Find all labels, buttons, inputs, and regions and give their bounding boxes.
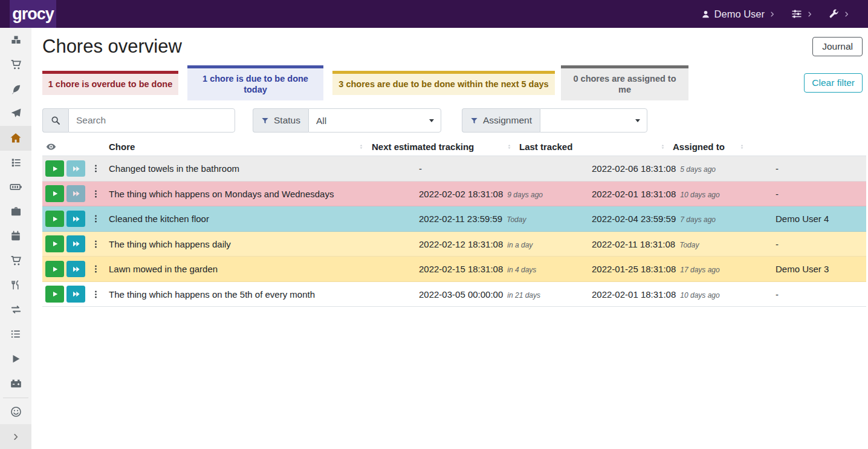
- column-header-chore[interactable]: Chore: [108, 137, 369, 156]
- column-header-assigned-to[interactable]: Assigned to: [670, 137, 750, 156]
- row-menu-button[interactable]: [90, 213, 102, 224]
- row-menu-button[interactable]: [90, 263, 102, 275]
- sidebar-item-transfer[interactable]: [0, 298, 31, 323]
- sidebar-item-chores-overview[interactable]: [0, 126, 31, 151]
- sidebar-item-calendar[interactable]: [0, 224, 31, 249]
- skip-execution-button: [66, 185, 85, 202]
- sliders-icon: [791, 8, 802, 19]
- assigned-to: -: [776, 289, 866, 300]
- exchange-icon: [10, 304, 22, 315]
- status-cards-row: 1 chore is overdue to be done 1 chore is…: [42, 65, 863, 100]
- skip-execution-button[interactable]: [66, 211, 85, 228]
- battery-icon: [10, 181, 22, 193]
- column-header-next-estimated-tracking[interactable]: Next estimated tracking: [369, 137, 517, 156]
- shopping-cart-icon: [10, 255, 22, 266]
- datetime: 2022-03-05 00:00:00: [419, 289, 503, 300]
- smiley-icon: [10, 406, 22, 418]
- row-menu-button[interactable]: [90, 163, 102, 174]
- track-execution-button[interactable]: [45, 286, 64, 303]
- chore-name: Lawn mowed in the garden: [108, 264, 419, 274]
- table-header: Chore Next estimated tracking Last track…: [42, 137, 866, 156]
- sort-icon: [505, 143, 513, 151]
- chevron-right-icon: [11, 433, 20, 441]
- sidebar: [0, 28, 31, 449]
- datetime: -: [419, 163, 422, 174]
- sidebar-item-battery-tracking[interactable]: [0, 371, 31, 396]
- utensils-icon: [10, 280, 21, 290]
- calendar-icon: [10, 231, 21, 241]
- track-execution-button[interactable]: [45, 235, 64, 252]
- time-ago: 9 days ago: [507, 191, 543, 199]
- sidebar-item-inventory[interactable]: [0, 322, 31, 347]
- sidebar-collapse-toggle[interactable]: [0, 424, 31, 449]
- top-navbar: grocy Demo User: [0, 0, 868, 28]
- track-execution-button[interactable]: [45, 211, 64, 228]
- sidebar-item-stock-overview[interactable]: [0, 28, 31, 53]
- user-menu[interactable]: Demo User: [701, 8, 776, 20]
- ellipsis-v-icon: [91, 214, 100, 223]
- skip-execution-button[interactable]: [66, 261, 85, 278]
- chevron-right-icon: [843, 11, 850, 18]
- boxes-icon: [10, 34, 22, 46]
- skip-execution-button[interactable]: [66, 235, 85, 252]
- time-ago: 10 days ago: [680, 291, 719, 300]
- journal-button[interactable]: Journal: [812, 37, 863, 56]
- track-execution-button[interactable]: [45, 185, 64, 202]
- status-card-assigned-to-me[interactable]: 0 chores are assigned to me: [561, 65, 688, 100]
- row-menu-button[interactable]: [90, 289, 102, 300]
- sidebar-item-purchase[interactable]: [0, 249, 31, 274]
- time-ago: 5 days ago: [680, 165, 716, 174]
- page-title: Chores overview: [42, 36, 182, 57]
- clear-filter-button[interactable]: Clear filter: [804, 73, 863, 93]
- search-icon-box: [42, 108, 68, 133]
- sidebar-item-recipes[interactable]: [0, 77, 31, 102]
- sidebar-item-chore-tracking[interactable]: [0, 347, 31, 372]
- admin-tools-menu[interactable]: [829, 9, 850, 19]
- datetime: 2022-02-01 18:31:08: [592, 189, 676, 199]
- app-logo[interactable]: grocy: [10, 0, 56, 28]
- column-header-last-tracked[interactable]: Last tracked: [517, 137, 670, 156]
- chore-name: The thing which happens daily: [108, 239, 419, 249]
- search-input[interactable]: [68, 108, 235, 133]
- datetime: 2022-02-11 23:59:59: [419, 214, 502, 224]
- briefcase-icon: [10, 206, 22, 217]
- status-card-overdue[interactable]: 1 chore is overdue to be done: [42, 71, 178, 95]
- time-ago: Today: [679, 241, 699, 249]
- status-card-due-soon[interactable]: 3 chores are due to be done within the n…: [332, 71, 555, 95]
- skip-execution-button[interactable]: [66, 286, 85, 303]
- shopping-cart-icon: [10, 59, 22, 70]
- play-icon: [51, 240, 59, 247]
- track-execution-button[interactable]: [45, 261, 64, 278]
- track-execution-button[interactable]: [45, 160, 64, 177]
- sidebar-item-feedback[interactable]: [0, 400, 31, 425]
- skip-execution-button: [66, 160, 85, 177]
- assigned-to: -: [776, 189, 866, 199]
- chore-name: The thing which happens on the 5th of ev…: [108, 289, 419, 300]
- sidebar-item-consume[interactable]: [0, 273, 31, 298]
- chore-name: Changed towels in the bathroom: [108, 163, 419, 174]
- sidebar-item-equipment[interactable]: [0, 200, 31, 224]
- table-row: The thing which happens on Mondays and W…: [42, 182, 866, 207]
- play-icon: [51, 215, 59, 223]
- time-ago: 17 days ago: [680, 266, 719, 274]
- sidebar-item-meal-plan[interactable]: [0, 102, 31, 126]
- row-menu-button[interactable]: [90, 188, 102, 200]
- status-select[interactable]: All: [308, 108, 441, 133]
- time-ago: 10 days ago: [680, 191, 719, 199]
- fast-forward-icon: [72, 165, 80, 173]
- tasks-icon: [10, 157, 22, 168]
- play-icon: [10, 353, 21, 364]
- sidebar-item-tasks[interactable]: [0, 151, 31, 175]
- table-row: Changed towels in the bathroom - 2022-02…: [42, 156, 866, 182]
- status-card-due-today[interactable]: 1 chore is due to be done today: [187, 65, 323, 100]
- sidebar-item-shopping-list[interactable]: [0, 53, 31, 77]
- chore-name: The thing which happens on Mondays and W…: [108, 189, 419, 199]
- status-filter-group: Status All: [253, 108, 441, 133]
- settings-menu[interactable]: [791, 8, 813, 19]
- time-ago: in a day: [507, 241, 533, 249]
- eye-icon[interactable]: [46, 142, 56, 152]
- assignment-select[interactable]: [540, 108, 647, 133]
- sidebar-item-batteries-overview[interactable]: [0, 175, 31, 200]
- row-menu-button[interactable]: [90, 238, 102, 250]
- chore-name: Cleaned the kitchen floor: [108, 214, 419, 224]
